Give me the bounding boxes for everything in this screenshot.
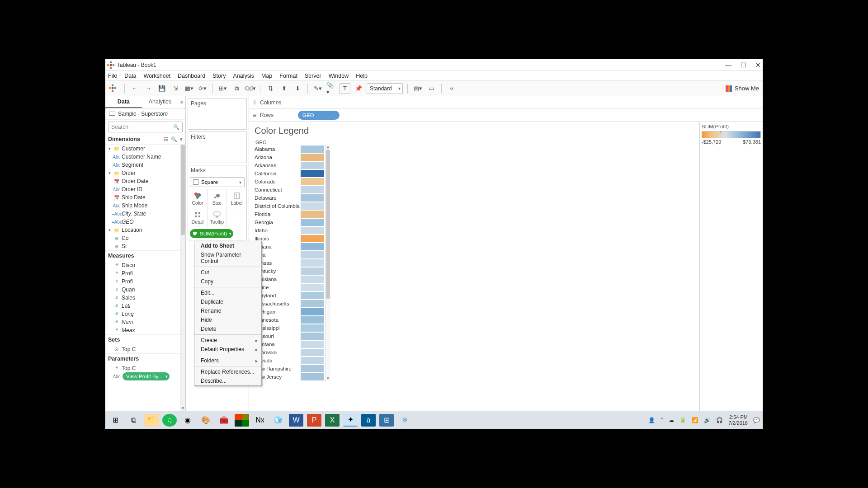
measure-8[interactable]: #Meas [105, 326, 185, 334]
find-icon[interactable]: 🔍 [171, 136, 177, 142]
cards-icon[interactable]: ▤▾ [412, 83, 423, 94]
field-ship-date[interactable]: 📅Ship Date [105, 193, 185, 202]
menu-server[interactable]: Server [305, 73, 321, 79]
menu-item-copy[interactable]: Copy [194, 277, 261, 286]
menu-item-delete[interactable]: Delete [194, 324, 261, 333]
state-mark[interactable] [301, 235, 324, 243]
sort-desc-icon[interactable]: ⬇ [292, 83, 303, 94]
measure-2[interactable]: #Profi [105, 277, 185, 286]
clear-icon[interactable]: ⌫▾ [245, 83, 255, 94]
marks-pill-sum-profit[interactable]: SUM(Profit) [190, 229, 233, 238]
menu-item-create[interactable]: Create [194, 336, 261, 345]
pause-updates-icon[interactable]: ▦▾ [184, 83, 194, 94]
app-icon[interactable]: 🧰 [217, 414, 231, 427]
menu-analysis[interactable]: Analysis [233, 73, 254, 79]
marks-tooltip[interactable]: Tooltip [208, 208, 227, 227]
state-mark[interactable] [301, 153, 324, 161]
wifi-icon[interactable]: 📶 [692, 417, 698, 423]
word-icon[interactable]: W [289, 414, 303, 427]
state-mark[interactable] [301, 251, 324, 259]
menu-data[interactable]: Data [124, 73, 136, 79]
refresh-icon[interactable]: ⟳▾ [197, 83, 208, 94]
datasource-row[interactable]: Sample - Superstore [105, 108, 185, 120]
app-a-icon[interactable]: a [361, 414, 376, 427]
state-mark[interactable] [301, 365, 324, 373]
marks-size[interactable]: Size [208, 189, 227, 208]
viz-scrollbar[interactable]: ▲ ▼ [325, 145, 330, 381]
marks-type-select[interactable]: Square [190, 177, 245, 187]
state-mark[interactable] [301, 332, 324, 340]
state-name[interactable]: Delaware [255, 194, 300, 202]
share-icon[interactable]: ∝ [446, 83, 457, 94]
state-mark[interactable] [301, 267, 324, 275]
state-mark[interactable] [301, 308, 324, 316]
maximize-icon[interactable]: ☐ [741, 61, 746, 69]
param-top-c[interactable]: #Top C [105, 364, 185, 372]
state-name[interactable]: California [255, 169, 300, 178]
menu-item-replace-references[interactable]: Replace References... [194, 367, 261, 376]
task-view-icon[interactable]: ⧉ [126, 414, 141, 427]
menu-item-hide[interactable]: Hide [194, 315, 261, 324]
field-loc-co[interactable]: ⊕Co [105, 234, 185, 242]
menu-help[interactable]: Help [356, 73, 368, 79]
state-name[interactable]: Florida [255, 210, 300, 218]
legend-gradient[interactable] [702, 131, 761, 138]
field-segment[interactable]: AbcSegment [105, 161, 185, 169]
measure-7[interactable]: #Num [105, 318, 185, 326]
explorer-icon[interactable]: 📁 [144, 414, 159, 427]
fit-select[interactable]: Standard [367, 83, 403, 94]
excel-icon[interactable]: X [325, 414, 340, 427]
menu-item-add-to-sheet[interactable]: Add to Sheet [194, 241, 261, 250]
set-top-customers[interactable]: ⦿Top C [105, 345, 185, 353]
onedrive-icon[interactable]: ☁ [669, 417, 674, 423]
highlight-icon[interactable]: ✎▾ [312, 83, 323, 94]
state-mark[interactable] [301, 373, 324, 381]
state-mark[interactable] [301, 243, 324, 251]
state-mark[interactable] [301, 161, 324, 169]
snowflake-icon[interactable]: ❄ [397, 414, 412, 427]
viz-title[interactable]: Color Legend [255, 126, 694, 136]
forward-icon[interactable]: → [143, 83, 154, 94]
menu-item-default-properties[interactable]: Default Properties [194, 345, 261, 354]
people-icon[interactable]: 👤 [648, 417, 655, 423]
group-icon[interactable]: 📎▾ [326, 83, 337, 94]
state-name[interactable]: Connecticut [255, 186, 300, 194]
tab-analytics[interactable]: Analytics [142, 96, 179, 108]
new-datasource-icon[interactable]: ⇲ [170, 83, 181, 94]
state-mark[interactable] [301, 324, 324, 332]
text-icon[interactable]: T [340, 83, 350, 94]
field-loc-st[interactable]: ⊕St [105, 242, 185, 250]
state-mark[interactable] [301, 178, 324, 186]
folder-customer[interactable]: ▾📁Customer [105, 145, 185, 153]
save-icon[interactable]: 💾 [156, 83, 167, 94]
menu-item-duplicate[interactable]: Duplicate [194, 297, 261, 306]
measure-1[interactable]: #Profi [105, 269, 185, 277]
menu-story[interactable]: Story [212, 73, 226, 79]
state-mark[interactable] [301, 291, 324, 300]
notifications-icon[interactable]: 💬 [753, 417, 760, 423]
state-name[interactable]: Arkansas [255, 161, 300, 169]
presentation-icon[interactable]: ▭ [426, 83, 437, 94]
state-name[interactable]: Georgia [255, 218, 300, 226]
webex-icon[interactable]: 🎧 [716, 417, 723, 423]
state-mark[interactable] [301, 218, 324, 226]
vpn-icon[interactable]: 🧊 [271, 414, 285, 427]
measure-3[interactable]: #Quan [105, 286, 185, 294]
minimize-icon[interactable]: — [725, 61, 731, 69]
field-customer-name[interactable]: AbcCustomer Name [105, 153, 185, 161]
chrome-icon[interactable]: ◉ [180, 414, 195, 427]
tableau-app-icon[interactable]: ✦ [343, 414, 358, 427]
state-mark[interactable] [301, 259, 324, 267]
state-name[interactable]: Idaho [255, 226, 300, 235]
state-mark[interactable] [301, 186, 324, 194]
view-icon[interactable]: ☷ [164, 136, 168, 142]
menu-item-show-parameter-control[interactable]: Show Parameter Control [194, 250, 261, 266]
duplicate-icon[interactable]: ⧉ [231, 83, 242, 94]
state-mark[interactable] [301, 210, 324, 218]
state-mark[interactable] [301, 300, 324, 308]
menu-item-describe[interactable]: Describe... [194, 376, 261, 385]
field-city-state[interactable]: =AbcCity, State [105, 210, 185, 218]
menu-window[interactable]: Window [329, 73, 349, 79]
search-input[interactable]: Search [108, 122, 183, 132]
state-name[interactable]: Arizona [255, 153, 300, 161]
